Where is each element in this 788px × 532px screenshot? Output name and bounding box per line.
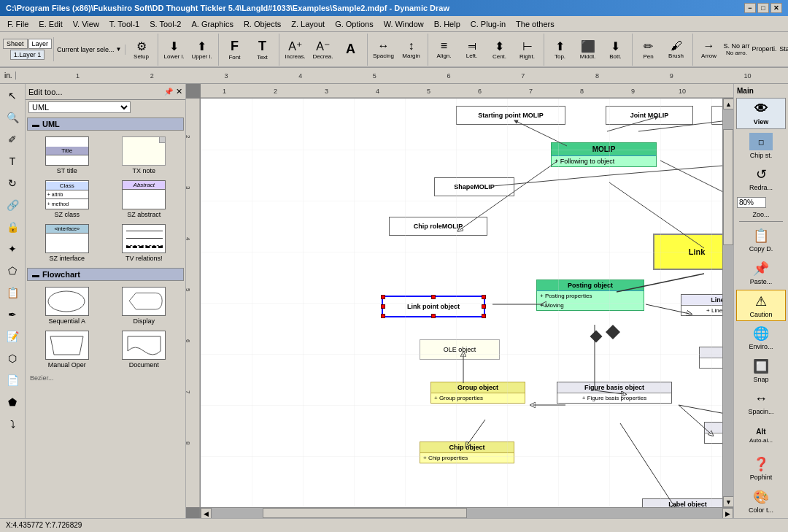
increase-button[interactable]: A⁺ Increas. [282, 35, 309, 64]
posting-tool-button[interactable]: 📋 [2, 282, 23, 303]
vscroll-down-button[interactable]: ▼ [723, 496, 733, 507]
list-item[interactable]: Title ST title [30, 135, 104, 176]
list-item[interactable]: Manual Oper [30, 329, 104, 370]
align-left-button[interactable]: ⫤ Left. [459, 35, 485, 64]
pophint-button[interactable]: ❓ Pophint [736, 453, 786, 485]
pen-button[interactable]: ✏ Pen [636, 35, 662, 64]
resize-handle-rm[interactable] [482, 304, 486, 309]
starting-point-molip-box[interactable]: Starting point MOLIP [456, 106, 565, 125]
zoom-input[interactable] [737, 197, 766, 208]
list-item[interactable]: TX note [107, 135, 182, 176]
vertical-scrollbar[interactable]: ▲ ▼ [722, 99, 733, 507]
flowchart-category-header[interactable]: ▬ Flowchart [27, 268, 184, 281]
maximize-button[interactable]: □ [757, 3, 769, 13]
note-style-button[interactable]: 📝 [2, 326, 23, 347]
vscroll-thumb[interactable] [723, 129, 733, 245]
menu-graphics[interactable]: A. Graphics [187, 18, 237, 30]
no-arrow-button[interactable]: S. No arr No arro. [724, 35, 750, 64]
link-box[interactable]: Link [653, 234, 722, 270]
font-button[interactable]: F Font [222, 35, 248, 64]
menu-objects[interactable]: R. Objects [239, 18, 285, 30]
inter-joint-molip-box[interactable]: Inter-joint MOLIP [711, 106, 722, 125]
list-item[interactable]: Document [107, 329, 182, 370]
poly-tool-button[interactable]: ⬠ [2, 261, 23, 281]
create-tool-button[interactable]: ✦ [2, 239, 23, 259]
brush-button[interactable]: 🖌 Brush [663, 35, 690, 64]
chip-button[interactable]: ◻ Chip st. [736, 131, 786, 162]
resize-handle-tl[interactable] [381, 295, 385, 299]
edit-panel-close[interactable]: ✕ [176, 87, 182, 96]
label-object-box[interactable]: Label object + Label properties [642, 498, 722, 507]
list-item[interactable]: Sequential A [30, 285, 104, 326]
resize-handle-tr[interactable] [482, 295, 486, 299]
figure-basis-object-box[interactable]: Figure basis object + Figure basis prope… [557, 382, 672, 404]
hscroll-track[interactable] [212, 508, 722, 518]
resize-handle-bm[interactable] [431, 314, 436, 318]
list-item[interactable]: Class + attrib + method SZ class [30, 179, 104, 220]
line-object-box[interactable]: Line object + Line properties [681, 294, 722, 316]
tx-post-button[interactable]: 📄 [2, 370, 23, 390]
current-layer-select[interactable]: Current layer sele... [57, 46, 115, 53]
align-right-button[interactable]: ⊢ Right. [514, 35, 541, 64]
margin-button[interactable]: ↕ Margin [398, 35, 425, 64]
hscroll-right-button[interactable]: ▶ [722, 508, 733, 518]
align-center-button[interactable]: ⬍ Cent. [487, 35, 513, 64]
resize-handle-br[interactable] [482, 314, 486, 318]
menu-options[interactable]: G. Options [331, 18, 378, 30]
link-tool-button[interactable]: 🔗 [2, 195, 23, 215]
edit-panel-pin[interactable]: 📌 [164, 88, 173, 96]
text-style-button[interactable]: A [338, 35, 364, 64]
bezier-button[interactable]: ⤵ [2, 414, 23, 434]
menu-view[interactable]: V. View [69, 18, 104, 30]
lock-tool-button[interactable]: 🔒 [2, 217, 23, 237]
edit-panel-select[interactable]: UML Flowchart Basic Shapes [28, 101, 131, 113]
spacing-button[interactable]: ↔ Spacing [371, 35, 397, 64]
polyline-object-box[interactable]: Polyline object + Polyline properties [699, 347, 722, 369]
menu-plugin[interactable]: C. Plug-in [466, 18, 510, 30]
close-button[interactable]: ✕ [770, 3, 782, 13]
hscroll-left-button[interactable]: ◀ [201, 508, 212, 518]
list-item[interactable]: TV relations! [107, 223, 182, 263]
chip-role-molip-box[interactable]: Chip roleMOLIP [389, 217, 487, 236]
rectangle-object-box[interactable]: Rectangle object +Rectangle properties [704, 422, 722, 444]
text-tool-button[interactable]: T [2, 151, 23, 171]
link-point-object-box[interactable]: Link point object [382, 296, 485, 317]
copy-button[interactable]: 📋 Copy D. [736, 225, 786, 256]
setup-button[interactable]: ⚙ Setup [128, 35, 155, 64]
valign-middle-button[interactable]: ⬛ Middl. [575, 35, 601, 64]
auto-align-button[interactable]: Alt Auto-al... [736, 420, 786, 452]
spacing-button[interactable]: ↔ Spacin... [736, 388, 786, 419]
menu-layout[interactable]: Z. Layout [287, 18, 329, 30]
fig-edit-button[interactable]: ✐ [2, 129, 23, 150]
vscroll-track[interactable] [723, 109, 733, 496]
menu-help[interactable]: B. Help [430, 18, 465, 30]
valign-bottom-button[interactable]: ⬇ Bott. [603, 35, 629, 64]
view-button[interactable]: 👁 View [736, 98, 786, 129]
lower-layer-button[interactable]: ⬇ Lower l. [161, 35, 188, 64]
layer-tab[interactable]: Layer [28, 39, 53, 49]
hscroll-thumb[interactable] [263, 508, 467, 518]
layer1-label[interactable]: 1.Layer 1 [10, 50, 45, 60]
snap-button[interactable]: 🔲 Snap [736, 355, 786, 387]
menu-tool1[interactable]: T. Tool-1 [105, 18, 144, 30]
resize-handle-tm[interactable] [431, 295, 436, 299]
minimize-button[interactable]: − [744, 3, 756, 13]
uml-category-header[interactable]: ▬ UML [27, 117, 184, 131]
list-item[interactable]: «interface» SZ interface [30, 223, 104, 263]
zoom-tool-button[interactable]: 🔍 [2, 107, 23, 128]
environ-button[interactable]: 🌐 Enviro... [736, 323, 786, 354]
posting-object-box[interactable]: Posting object + Posting properties + Mo… [536, 280, 644, 311]
decrease-button[interactable]: A⁻ Decrea. [310, 35, 336, 64]
pen-style-button[interactable]: ✒ [2, 304, 23, 325]
list-item[interactable]: Abstract SZ abstract [107, 179, 182, 220]
ole-object-box[interactable]: OLE object [420, 339, 500, 360]
vscroll-up-button[interactable]: ▲ [723, 99, 733, 109]
redraw-button[interactable]: ↺ Redra... [736, 163, 786, 194]
group-object-box[interactable]: Group object + Group properties [430, 382, 525, 404]
color-button[interactable]: 🎨 Color t... [736, 485, 786, 517]
paste-button[interactable]: 📌 Paste... [736, 258, 786, 289]
poly-box-button[interactable]: ⬟ [2, 392, 23, 412]
chip-pos-button[interactable]: ⬡ [2, 348, 23, 369]
text-button[interactable]: T Text [250, 35, 276, 64]
select-tool-button[interactable]: ↖ [2, 85, 23, 106]
